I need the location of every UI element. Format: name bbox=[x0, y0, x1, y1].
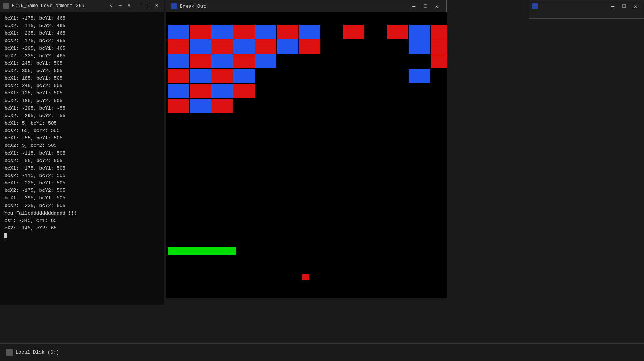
brick-3 bbox=[233, 25, 255, 39]
terminal-line: bcX1: -175, bcY1: 465 bbox=[4, 15, 159, 22]
brick-11 bbox=[168, 39, 189, 54]
second-minimize-button[interactable]: — bbox=[608, 3, 618, 10]
brick-2 bbox=[211, 25, 233, 39]
brick-4 bbox=[255, 25, 276, 39]
terminal-line: bcX1: 5, bcY1: 505 bbox=[4, 120, 159, 127]
game-window: Break Out — □ ✕ bbox=[166, 0, 447, 297]
game-title: Break Out bbox=[180, 4, 406, 9]
paddle bbox=[168, 247, 236, 255]
game-canvas bbox=[166, 12, 447, 298]
drive-icon bbox=[6, 349, 13, 356]
terminal-line: bcX1: 185, bcY1: 505 bbox=[4, 75, 159, 82]
terminal-tab-dropdown[interactable]: ∨ bbox=[126, 2, 132, 10]
ball bbox=[302, 274, 309, 280]
terminal-tab-close[interactable]: ✕ bbox=[108, 2, 114, 10]
brick-1 bbox=[190, 25, 211, 39]
brick-8 bbox=[387, 25, 408, 39]
second-close-button[interactable]: ✕ bbox=[630, 3, 641, 10]
brick-10 bbox=[431, 25, 447, 39]
terminal-window: G:\6_Game-Development-369 ✕ + ∨ — □ ✕ bc… bbox=[0, 0, 164, 305]
game-app-icon bbox=[171, 3, 177, 9]
taskbar-drive-item[interactable]: Local Disk (C:) bbox=[3, 347, 62, 358]
terminal-line: bcX2: -175, bcY2: 465 bbox=[4, 37, 159, 45]
terminal-cursor-line bbox=[4, 232, 159, 239]
brick-27 bbox=[190, 69, 211, 83]
second-titlebar: — □ ✕ bbox=[529, 0, 644, 12]
second-maximize-button[interactable]: □ bbox=[619, 3, 629, 10]
terminal-line: You failedddddddddddd!!!! bbox=[4, 210, 159, 217]
second-window-controls: — □ ✕ bbox=[608, 3, 641, 10]
second-app-icon bbox=[532, 3, 538, 9]
terminal-minimize-button[interactable]: — bbox=[135, 1, 142, 11]
terminal-app-icon bbox=[3, 3, 9, 9]
brick-32 bbox=[190, 84, 211, 98]
brick-6 bbox=[299, 25, 320, 39]
brick-26 bbox=[168, 69, 189, 83]
terminal-titlebar: G:\6_Game-Development-369 ✕ + ∨ — □ ✕ bbox=[0, 0, 164, 12]
terminal-line: cX2: -145, cY2: 65 bbox=[4, 225, 159, 232]
terminal-line: bcX1: -295, bcY1: -55 bbox=[4, 105, 159, 112]
terminal-line: bcX1: -55, bcY1: 505 bbox=[4, 135, 159, 142]
terminal-line: bcX2: -235, bcY2: 505 bbox=[4, 202, 159, 210]
brick-19 bbox=[431, 39, 447, 54]
brick-37 bbox=[211, 99, 233, 113]
brick-30 bbox=[409, 69, 430, 83]
game-close-button[interactable]: ✕ bbox=[431, 3, 442, 10]
terminal-line: bcX2: -175, bcY2: 505 bbox=[4, 187, 159, 194]
terminal-line: bcX1: -295, bcY1: 505 bbox=[4, 194, 159, 202]
terminal-close-button[interactable]: ✕ bbox=[153, 1, 161, 11]
terminal-line: bcX1: -175, bcY1: 505 bbox=[4, 165, 159, 172]
brick-12 bbox=[190, 39, 211, 54]
brick-0 bbox=[168, 25, 189, 39]
brick-22 bbox=[211, 54, 233, 68]
brick-7 bbox=[343, 25, 364, 39]
brick-34 bbox=[233, 84, 255, 98]
brick-36 bbox=[190, 99, 211, 113]
brick-21 bbox=[190, 54, 211, 68]
terminal-line: bcX1: -295, bcY1: 465 bbox=[4, 45, 159, 52]
terminal-line: bcX2: -295, bcY2: -55 bbox=[4, 112, 159, 120]
second-window: — □ ✕ bbox=[529, 0, 644, 19]
brick-17 bbox=[299, 39, 320, 54]
brick-28 bbox=[211, 69, 233, 83]
brick-33 bbox=[211, 84, 233, 98]
brick-24 bbox=[255, 54, 276, 68]
brick-25 bbox=[431, 54, 447, 68]
terminal-output: bcX1: -175, bcY1: 465bcX2: -115, bcY2: 4… bbox=[4, 15, 159, 239]
terminal-line: bcX2: 5, bcY2: 505 bbox=[4, 142, 159, 149]
terminal-line: bcX2: 305, bcY2: 505 bbox=[4, 67, 159, 75]
terminal-line: bcX2: -55, bcY2: 505 bbox=[4, 157, 159, 165]
terminal-line: bcX2: -115, bcY2: 465 bbox=[4, 22, 159, 30]
game-titlebar: Break Out — □ ✕ bbox=[166, 0, 446, 12]
terminal-window-controls: — □ ✕ bbox=[135, 1, 161, 11]
brick-13 bbox=[211, 39, 233, 54]
taskbar: Local Disk (C:) bbox=[0, 343, 644, 361]
game-minimize-button[interactable]: — bbox=[409, 3, 419, 10]
brick-14 bbox=[233, 39, 255, 54]
terminal-line: bcX1: -235, bcY1: 505 bbox=[4, 180, 159, 187]
terminal-line: bcX1: 245, bcY1: 505 bbox=[4, 60, 159, 67]
brick-35 bbox=[168, 99, 189, 113]
brick-29 bbox=[233, 69, 255, 83]
terminal-tab-add[interactable]: + bbox=[117, 1, 123, 12]
brick-9 bbox=[409, 25, 430, 39]
terminal-maximize-button[interactable]: □ bbox=[144, 1, 151, 11]
brick-5 bbox=[277, 25, 298, 39]
terminal-line: bcX2: 65, bcY2: 505 bbox=[4, 127, 159, 135]
terminal-cursor bbox=[4, 233, 7, 238]
terminal-title: G:\6_Game-Development-369 bbox=[12, 2, 105, 10]
brick-16 bbox=[277, 39, 298, 54]
terminal-line: bcX2: -235, bcY2: 465 bbox=[4, 52, 159, 60]
terminal-line: cX1: -345, cY1: 65 bbox=[4, 217, 159, 225]
terminal-line: bcX1: -115, bcY1: 505 bbox=[4, 150, 159, 157]
terminal-line: bcX2: 185, bcY2: 505 bbox=[4, 97, 159, 105]
brick-20 bbox=[168, 54, 189, 68]
game-window-controls: — □ ✕ bbox=[409, 3, 442, 10]
brick-23 bbox=[233, 54, 255, 68]
brick-31 bbox=[168, 84, 189, 98]
brick-15 bbox=[255, 39, 276, 54]
terminal-line: bcX1: -235, bcY1: 465 bbox=[4, 30, 159, 37]
game-maximize-button[interactable]: □ bbox=[420, 3, 430, 10]
brick-18 bbox=[409, 39, 430, 54]
terminal-line: bcX2: -115, bcY2: 505 bbox=[4, 172, 159, 180]
